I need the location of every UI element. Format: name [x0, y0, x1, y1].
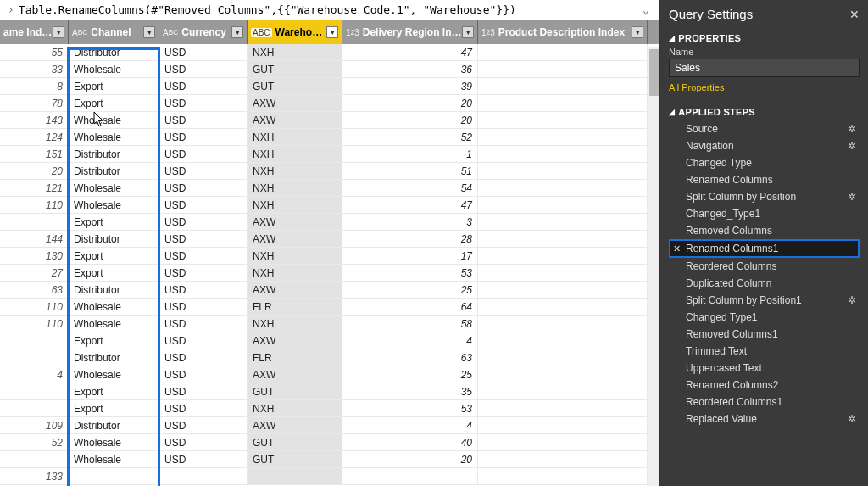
cell-product-desc[interactable] [478, 434, 648, 450]
cell-name-index[interactable]: 63 [0, 282, 69, 298]
applied-step[interactable]: Replaced Value✲ [669, 411, 860, 427]
scrollbar-thumb[interactable] [649, 49, 659, 96]
filter-dropdown-icon[interactable]: ▾ [462, 26, 474, 38]
gear-icon[interactable]: ✲ [848, 413, 856, 425]
cell-name-index[interactable]: 52 [0, 434, 69, 450]
filter-dropdown-icon[interactable]: ▾ [231, 26, 243, 38]
cell-name-index[interactable]: 144 [0, 231, 69, 247]
cell-currency[interactable]: USD [159, 78, 248, 94]
cell-product-desc[interactable] [478, 316, 648, 332]
cell-name-index[interactable]: 133 [0, 468, 69, 484]
cell-product-desc[interactable] [478, 383, 648, 399]
cell-warehouse[interactable]: AXW [248, 332, 342, 349]
applied-step[interactable]: ✕Renamed Columns1 [669, 239, 860, 258]
formula-text[interactable]: Table.RenameColumns(#"Removed Columns",{… [19, 3, 639, 16]
cell-currency[interactable]: USD [159, 299, 248, 315]
cell-name-index[interactable]: 78 [0, 95, 69, 111]
cell-delivery-region[interactable]: 20 [342, 451, 478, 467]
applied-step[interactable]: Renamed Columns2 [669, 377, 860, 394]
cell-delivery-region[interactable]: 40 [342, 434, 478, 450]
vertical-scrollbar[interactable] [648, 47, 659, 486]
cell-channel[interactable]: Wholesale [69, 434, 159, 450]
gear-icon[interactable]: ✲ [848, 294, 856, 306]
table-row[interactable]: 144DistributorUSDAXW28 [0, 231, 659, 248]
cell-name-index[interactable]: 110 [0, 197, 69, 213]
table-row[interactable]: 52WholesaleUSDGUT40 [0, 434, 659, 451]
cell-delivery-region[interactable]: 51 [342, 163, 478, 179]
cell-channel[interactable]: Wholesale [69, 197, 159, 213]
cell-product-desc[interactable] [478, 163, 648, 179]
cell-channel[interactable]: Wholesale [69, 61, 159, 77]
cell-name-index[interactable]: 55 [0, 44, 69, 60]
table-row[interactable]: 110WholesaleUSDFLR64 [0, 299, 659, 316]
delete-step-icon[interactable]: ✕ [673, 243, 681, 254]
cell-delivery-region[interactable]: 52 [342, 129, 478, 145]
cell-warehouse[interactable]: NXH [248, 197, 342, 213]
cell-warehouse[interactable]: FLR [248, 299, 342, 315]
cell-product-desc[interactable] [478, 231, 648, 247]
cell-delivery-region[interactable]: 53 [342, 265, 478, 281]
applied-step[interactable]: Changed_Type1 [669, 205, 860, 222]
cell-warehouse[interactable]: AXW [248, 231, 342, 247]
applied-step[interactable]: Reordered Columns1 [669, 394, 860, 411]
cell-channel[interactable]: Export [69, 248, 159, 264]
cell-currency[interactable]: USD [159, 180, 248, 196]
cell-delivery-region[interactable]: 47 [342, 44, 478, 60]
table-row[interactable]: 63DistributorUSDAXW25 [0, 282, 659, 299]
cell-channel[interactable] [69, 468, 159, 484]
cell-name-index[interactable]: 110 [0, 316, 69, 332]
cell-warehouse[interactable]: AXW [248, 366, 342, 383]
cell-warehouse[interactable]: AXW [248, 112, 342, 128]
cell-warehouse[interactable]: NXH [248, 265, 342, 281]
formula-bar[interactable]: › Table.RenameColumns(#"Removed Columns"… [0, 0, 659, 20]
cell-currency[interactable] [159, 468, 248, 484]
table-row[interactable]: DistributorUSDFLR63 [0, 349, 659, 366]
cell-product-desc[interactable] [478, 146, 648, 162]
cell-warehouse[interactable]: NXH [248, 163, 342, 179]
grid-body[interactable]: 55DistributorUSDNXH4733WholesaleUSDGUT36… [0, 44, 659, 485]
cell-currency[interactable]: USD [159, 434, 248, 450]
cell-currency[interactable]: USD [159, 366, 248, 383]
cell-delivery-region[interactable]: 53 [342, 400, 478, 416]
cell-delivery-region[interactable]: 4 [342, 332, 478, 349]
table-row[interactable]: 110WholesaleUSDNXH58 [0, 316, 659, 332]
cell-product-desc[interactable] [478, 299, 648, 315]
table-row[interactable]: 20DistributorUSDNXH51 [0, 163, 659, 180]
cell-channel[interactable]: Export [69, 78, 159, 94]
cell-delivery-region[interactable]: 47 [342, 197, 478, 213]
cell-warehouse[interactable]: NXH [248, 44, 342, 60]
cell-name-index[interactable]: 124 [0, 129, 69, 145]
col-header-product-desc[interactable]: 123 Product Description Index ▾ [478, 20, 648, 44]
cell-currency[interactable]: USD [159, 214, 248, 230]
applied-step[interactable]: Removed Columns1 [669, 326, 860, 343]
gear-icon[interactable]: ✲ [848, 191, 856, 203]
properties-heading[interactable]: ◢ PROPERTIES [669, 28, 860, 47]
cell-delivery-region[interactable]: 20 [342, 112, 478, 128]
cell-channel[interactable]: Wholesale [69, 129, 159, 145]
cell-warehouse[interactable]: NXH [248, 400, 342, 416]
formula-dropdown[interactable]: ⌄ [639, 3, 653, 16]
table-row[interactable]: 4WholesaleUSDAXW25 [0, 366, 659, 383]
cell-delivery-region[interactable]: 1 [342, 146, 478, 162]
cell-warehouse[interactable]: GUT [248, 78, 342, 94]
cell-channel[interactable]: Export [69, 214, 159, 230]
table-row[interactable]: 143WholesaleUSDAXW20 [0, 112, 659, 129]
cell-warehouse[interactable]: NXH [248, 180, 342, 196]
cell-warehouse[interactable]: FLR [248, 349, 342, 366]
cell-name-index[interactable]: 27 [0, 265, 69, 281]
col-header-channel[interactable]: ABC Channel ▾ [69, 20, 159, 44]
filter-dropdown-icon[interactable]: ▾ [326, 26, 338, 38]
filter-dropdown-icon[interactable]: ▾ [143, 26, 155, 38]
cell-warehouse[interactable]: AXW [248, 282, 342, 298]
cell-channel[interactable]: Export [69, 95, 159, 111]
cell-currency[interactable]: USD [159, 400, 248, 416]
cell-currency[interactable]: USD [159, 316, 248, 332]
cell-channel[interactable]: Export [69, 383, 159, 399]
cell-currency[interactable]: USD [159, 248, 248, 264]
table-row[interactable]: 78ExportUSDAXW20 [0, 95, 659, 112]
applied-step[interactable]: Changed Type1 [669, 309, 860, 326]
cell-currency[interactable]: USD [159, 265, 248, 281]
cell-warehouse[interactable]: NXH [248, 129, 342, 145]
query-name-input[interactable] [669, 59, 860, 77]
cell-currency[interactable]: USD [159, 163, 248, 179]
